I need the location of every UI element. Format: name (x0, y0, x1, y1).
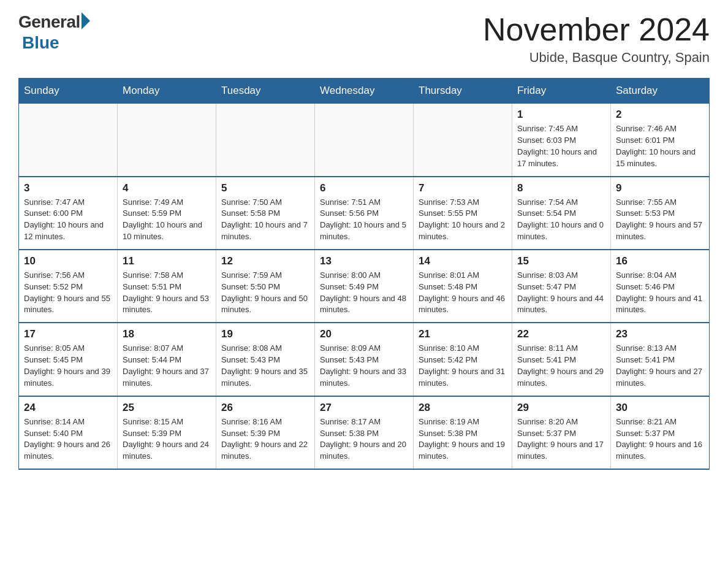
day-number: 23 (616, 328, 704, 340)
calendar-cell: 19Sunrise: 8:08 AMSunset: 5:43 PMDayligh… (216, 323, 315, 396)
day-number: 4 (123, 182, 211, 194)
weekday-header-sunday: Sunday (19, 79, 118, 104)
calendar-cell: 10Sunrise: 7:56 AMSunset: 5:52 PMDayligh… (19, 250, 118, 323)
calendar-week-row: 17Sunrise: 8:05 AMSunset: 5:45 PMDayligh… (19, 323, 710, 396)
calendar-cell: 17Sunrise: 8:05 AMSunset: 5:45 PMDayligh… (19, 323, 118, 396)
weekday-header-monday: Monday (118, 79, 216, 104)
day-info: Sunrise: 7:47 AMSunset: 6:00 PMDaylight:… (24, 197, 112, 243)
month-title: November 2024 (483, 12, 710, 47)
day-number: 8 (517, 182, 605, 194)
calendar-cell: 1Sunrise: 7:45 AMSunset: 6:03 PMDaylight… (512, 104, 611, 177)
calendar-cell: 13Sunrise: 8:00 AMSunset: 5:49 PMDayligh… (315, 250, 414, 323)
weekday-header-saturday: Saturday (611, 79, 710, 104)
day-number: 27 (320, 402, 408, 414)
calendar-cell: 22Sunrise: 8:11 AMSunset: 5:41 PMDayligh… (512, 323, 611, 396)
calendar-cell: 12Sunrise: 7:59 AMSunset: 5:50 PMDayligh… (216, 250, 315, 323)
day-info: Sunrise: 8:16 AMSunset: 5:39 PMDaylight:… (221, 416, 309, 462)
day-number: 28 (419, 402, 507, 414)
day-info: Sunrise: 7:55 AMSunset: 5:53 PMDaylight:… (616, 197, 704, 243)
calendar-cell: 28Sunrise: 8:19 AMSunset: 5:38 PMDayligh… (414, 396, 512, 469)
day-number: 14 (419, 255, 507, 267)
calendar-cell: 8Sunrise: 7:54 AMSunset: 5:54 PMDaylight… (512, 177, 611, 250)
calendar-cell: 23Sunrise: 8:13 AMSunset: 5:41 PMDayligh… (611, 323, 710, 396)
day-info: Sunrise: 8:14 AMSunset: 5:40 PMDaylight:… (24, 416, 112, 462)
day-info: Sunrise: 8:20 AMSunset: 5:37 PMDaylight:… (517, 416, 605, 462)
calendar-cell: 29Sunrise: 8:20 AMSunset: 5:37 PMDayligh… (512, 396, 611, 469)
day-number: 26 (221, 402, 309, 414)
day-number: 18 (123, 328, 211, 340)
day-info: Sunrise: 8:19 AMSunset: 5:38 PMDaylight:… (419, 416, 507, 462)
calendar-cell: 20Sunrise: 8:09 AMSunset: 5:43 PMDayligh… (315, 323, 414, 396)
calendar-cell: 6Sunrise: 7:51 AMSunset: 5:56 PMDaylight… (315, 177, 414, 250)
day-info: Sunrise: 7:56 AMSunset: 5:52 PMDaylight:… (24, 270, 112, 316)
day-info: Sunrise: 7:45 AMSunset: 6:03 PMDaylight:… (517, 123, 605, 169)
logo: General Blue (18, 12, 90, 53)
day-info: Sunrise: 8:07 AMSunset: 5:44 PMDaylight:… (123, 343, 211, 389)
page-header: General Blue November 2024 Ubide, Basque… (18, 12, 710, 66)
day-number: 5 (221, 182, 309, 194)
day-info: Sunrise: 8:05 AMSunset: 5:45 PMDaylight:… (24, 343, 112, 389)
logo-arrow-icon (82, 12, 90, 29)
day-info: Sunrise: 7:58 AMSunset: 5:51 PMDaylight:… (123, 270, 211, 316)
day-number: 17 (24, 328, 112, 340)
day-info: Sunrise: 7:59 AMSunset: 5:50 PMDaylight:… (221, 270, 309, 316)
calendar-cell: 14Sunrise: 8:01 AMSunset: 5:48 PMDayligh… (414, 250, 512, 323)
calendar-cell: 26Sunrise: 8:16 AMSunset: 5:39 PMDayligh… (216, 396, 315, 469)
day-number: 16 (616, 255, 704, 267)
calendar-header-row: SundayMondayTuesdayWednesdayThursdayFrid… (19, 79, 710, 104)
day-info: Sunrise: 7:53 AMSunset: 5:55 PMDaylight:… (419, 197, 507, 243)
day-number: 2 (616, 109, 704, 121)
logo-general-text: General (18, 12, 80, 32)
day-info: Sunrise: 8:01 AMSunset: 5:48 PMDaylight:… (419, 270, 507, 316)
day-number: 3 (24, 182, 112, 194)
calendar-cell: 15Sunrise: 8:03 AMSunset: 5:47 PMDayligh… (512, 250, 611, 323)
day-number: 11 (123, 255, 211, 267)
calendar-cell: 7Sunrise: 7:53 AMSunset: 5:55 PMDaylight… (414, 177, 512, 250)
calendar-cell: 16Sunrise: 8:04 AMSunset: 5:46 PMDayligh… (611, 250, 710, 323)
calendar-cell: 21Sunrise: 8:10 AMSunset: 5:42 PMDayligh… (414, 323, 512, 396)
day-info: Sunrise: 7:46 AMSunset: 6:01 PMDaylight:… (616, 123, 704, 169)
day-info: Sunrise: 7:50 AMSunset: 5:58 PMDaylight:… (221, 197, 309, 243)
calendar-cell (315, 104, 414, 177)
calendar-cell (19, 104, 118, 177)
day-info: Sunrise: 8:03 AMSunset: 5:47 PMDaylight:… (517, 270, 605, 316)
calendar-cell (414, 104, 512, 177)
day-number: 20 (320, 328, 408, 340)
calendar-cell: 27Sunrise: 8:17 AMSunset: 5:38 PMDayligh… (315, 396, 414, 469)
day-info: Sunrise: 8:17 AMSunset: 5:38 PMDaylight:… (320, 416, 408, 462)
day-info: Sunrise: 8:10 AMSunset: 5:42 PMDaylight:… (419, 343, 507, 389)
calendar-week-row: 3Sunrise: 7:47 AMSunset: 6:00 PMDaylight… (19, 177, 710, 250)
day-number: 19 (221, 328, 309, 340)
calendar-cell: 25Sunrise: 8:15 AMSunset: 5:39 PMDayligh… (118, 396, 216, 469)
day-info: Sunrise: 7:51 AMSunset: 5:56 PMDaylight:… (320, 197, 408, 243)
calendar-cell: 4Sunrise: 7:49 AMSunset: 5:59 PMDaylight… (118, 177, 216, 250)
day-info: Sunrise: 8:21 AMSunset: 5:37 PMDaylight:… (616, 416, 704, 462)
weekday-header-friday: Friday (512, 79, 611, 104)
day-number: 30 (616, 402, 704, 414)
day-info: Sunrise: 7:54 AMSunset: 5:54 PMDaylight:… (517, 197, 605, 243)
logo-blue-text: Blue (22, 33, 59, 53)
calendar-cell: 9Sunrise: 7:55 AMSunset: 5:53 PMDaylight… (611, 177, 710, 250)
calendar-cell (216, 104, 315, 177)
day-number: 25 (123, 402, 211, 414)
calendar-cell: 5Sunrise: 7:50 AMSunset: 5:58 PMDaylight… (216, 177, 315, 250)
day-number: 1 (517, 109, 605, 121)
day-info: Sunrise: 8:11 AMSunset: 5:41 PMDaylight:… (517, 343, 605, 389)
location-title: Ubide, Basque Country, Spain (483, 50, 710, 66)
calendar-table: SundayMondayTuesdayWednesdayThursdayFrid… (18, 78, 710, 470)
calendar-week-row: 10Sunrise: 7:56 AMSunset: 5:52 PMDayligh… (19, 250, 710, 323)
day-number: 12 (221, 255, 309, 267)
day-number: 10 (24, 255, 112, 267)
day-number: 15 (517, 255, 605, 267)
calendar-cell: 30Sunrise: 8:21 AMSunset: 5:37 PMDayligh… (611, 396, 710, 469)
day-info: Sunrise: 8:15 AMSunset: 5:39 PMDaylight:… (123, 416, 211, 462)
calendar-cell: 24Sunrise: 8:14 AMSunset: 5:40 PMDayligh… (19, 396, 118, 469)
title-area: November 2024 Ubide, Basque Country, Spa… (483, 12, 710, 66)
day-info: Sunrise: 8:09 AMSunset: 5:43 PMDaylight:… (320, 343, 408, 389)
day-info: Sunrise: 8:13 AMSunset: 5:41 PMDaylight:… (616, 343, 704, 389)
calendar-week-row: 1Sunrise: 7:45 AMSunset: 6:03 PMDaylight… (19, 104, 710, 177)
weekday-header-thursday: Thursday (414, 79, 512, 104)
day-number: 9 (616, 182, 704, 194)
day-number: 6 (320, 182, 408, 194)
day-number: 29 (517, 402, 605, 414)
